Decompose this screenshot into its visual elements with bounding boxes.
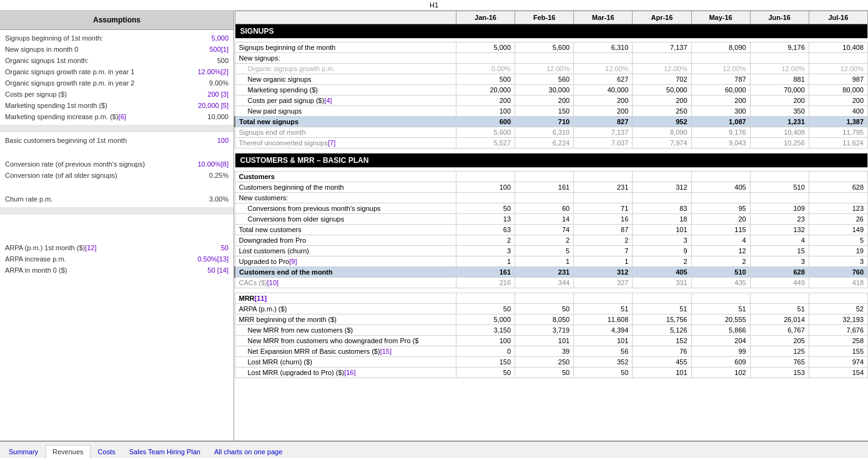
cell: 95 [691, 203, 750, 214]
cell: 702 [633, 74, 691, 85]
assumption-value: 5,000 [211, 34, 229, 42]
row-label: CACs ($)[10] [235, 278, 456, 288]
cell: 30,000 [515, 85, 574, 95]
cell: 510 [750, 182, 809, 193]
cell: 6,310 [515, 127, 574, 138]
cell: 23 [750, 214, 809, 225]
cell: 200 [691, 95, 750, 106]
cell: 83 [633, 203, 691, 214]
cell: 10,256 [750, 138, 809, 149]
table-row: Conversions from previous month's signup… [235, 203, 868, 214]
cell [691, 53, 750, 64]
col-may16: May-16 [691, 11, 750, 24]
total-new-signups-row: Total new signups 600 710 827 952 1,087 … [235, 117, 868, 127]
row-label: Customers beginning of the month [235, 182, 456, 193]
row-label: Organic signups growth p.m. [235, 64, 456, 74]
cell: 50 [456, 203, 515, 214]
table-row: New paid signups 100 150 200 250 300 350… [235, 106, 868, 117]
cell: 99 [691, 346, 750, 357]
assumption-row: ARPA in month 0 ($) 50 [14] [0, 265, 234, 276]
cell: 51 [633, 304, 691, 314]
tab-all-charts[interactable]: All charts on one page [208, 446, 289, 458]
table-row: Total new customers 63 74 87 101 115 132… [235, 225, 868, 235]
cell: 100 [456, 336, 515, 346]
cell [515, 172, 574, 182]
cell: 3 [633, 235, 691, 246]
cell: 455 [633, 357, 691, 368]
cell: 3,150 [456, 325, 515, 336]
cell: 40,000 [574, 85, 633, 95]
cell: 765 [750, 357, 809, 368]
col-apr16: Apr-16 [633, 11, 691, 24]
row-label: Net Expansion MRR of Basic customers ($)… [235, 346, 456, 357]
assumption-value: 200 [3] [207, 90, 229, 98]
assumptions-content: Signups beginning of 1st month: 5,000 Ne… [0, 30, 234, 278]
cell: 13 [456, 214, 515, 225]
assumption-value: 500 [217, 57, 229, 64]
cell: 200 [750, 95, 809, 106]
table-row: New organic signups 500 560 627 702 787 … [235, 74, 868, 85]
cell: 200 [456, 95, 515, 106]
cell: 2 [633, 256, 691, 267]
row-label: New paid signups [235, 106, 456, 117]
cell [633, 53, 691, 64]
row-label: Signups end of month [235, 127, 456, 138]
cell: 827 [574, 117, 633, 127]
cell: 26,014 [750, 314, 809, 325]
cell [456, 193, 515, 203]
cell [691, 172, 750, 182]
assumption-row: ARPA increase p.m. 0.50%[13] [0, 253, 234, 265]
tab-summary[interactable]: Summary [2, 446, 44, 458]
cell: 600 [456, 117, 515, 127]
cell: 16 [574, 214, 633, 225]
cell: 7,137 [633, 42, 691, 53]
cell: 5 [515, 246, 574, 256]
assumptions-header: Assumptions [0, 11, 234, 30]
cell: 216 [456, 278, 515, 288]
cell: 1,087 [691, 117, 750, 127]
cell: 881 [750, 74, 809, 85]
assumption-value: 10,000 [207, 113, 229, 120]
col-jul16: Jul-16 [809, 11, 867, 24]
cell: 3 [750, 256, 809, 267]
cell [809, 53, 867, 64]
assumptions-panel: Assumptions Signups beginning of 1st mon… [0, 11, 234, 441]
tab-costs[interactable]: Costs [92, 446, 122, 458]
cell: 10,408 [750, 127, 809, 138]
cell [809, 172, 867, 182]
table-row: MRR beginning of the month ($) 5,000 8,0… [235, 314, 868, 325]
cell: 70,000 [750, 85, 809, 95]
cell: 10,408 [809, 42, 867, 53]
assumption-label: Marketing spending 1st month ($) [5, 102, 107, 109]
cell: 12.00% [691, 64, 750, 74]
cell: 20,555 [691, 314, 750, 325]
cell: 5,866 [691, 325, 750, 336]
cell [574, 172, 633, 182]
cell: 312 [574, 267, 633, 278]
cell: 18 [633, 214, 691, 225]
cell: 11,608 [574, 314, 633, 325]
table-row: Organic signups growth p.m. 0.00% 12.00%… [235, 64, 868, 74]
assumption-label: Organic signups growth rate p.m. in year… [5, 68, 134, 76]
col-jan16: Jan-16 [456, 11, 515, 24]
cell: 2 [456, 235, 515, 246]
cell: 5,000 [456, 314, 515, 325]
row-label: New signups: [235, 53, 456, 64]
section-gap [0, 125, 234, 132]
cell [456, 53, 515, 64]
tab-bar: Summary Revenues Costs Sales Team Hiring… [0, 441, 868, 458]
cell: 150 [456, 357, 515, 368]
row-label: Marketing spending ($) [235, 85, 456, 95]
row-label: Conversions from previous month's signup… [235, 203, 456, 214]
tab-revenues[interactable]: Revenues [46, 445, 91, 458]
table-row: Customers [235, 172, 868, 182]
data-table: Jan-16 Feb-16 Mar-16 Apr-16 May-16 Jun-1… [234, 11, 868, 378]
cell: 1 [515, 256, 574, 267]
cell: 4,394 [574, 325, 633, 336]
tab-sales-team[interactable]: Sales Team Hiring Plan [123, 446, 207, 458]
assumption-row: Marketing spending increase p.m. ($)[6] … [0, 111, 234, 122]
cell: 4 [750, 235, 809, 246]
cell: 12.00% [574, 64, 633, 74]
cell: 510 [691, 267, 750, 278]
row-label: Customers end of the month [235, 267, 456, 278]
